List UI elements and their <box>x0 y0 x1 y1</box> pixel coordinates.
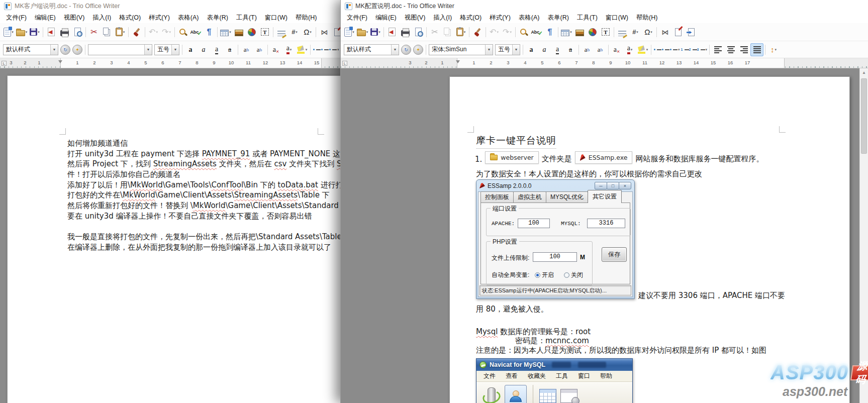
menu-item-8[interactable]: 工具(T) <box>573 13 602 23</box>
insert-chart-icon[interactable] <box>586 26 599 39</box>
chevron-down-icon[interactable]: ▾ <box>678 48 680 52</box>
bullet-list-icon[interactable]: ▾ <box>312 43 340 56</box>
strikethrough-icon[interactable]: a <box>564 43 577 56</box>
tab-stop-selector[interactable]: L <box>2 61 7 66</box>
insert-image-icon[interactable] <box>573 26 586 39</box>
strikethrough-icon[interactable]: a <box>223 43 236 56</box>
insert-comment-icon[interactable] <box>671 26 685 39</box>
redo-icon[interactable]: ↷▾ <box>160 26 173 39</box>
insert-field-icon[interactable] <box>616 26 629 39</box>
copy-icon[interactable] <box>441 26 454 39</box>
new-document-icon[interactable]: ▾ <box>2 26 15 39</box>
font-size-combo[interactable]: 五号▼ <box>495 44 520 55</box>
open-icon[interactable]: ▾ <box>15 26 28 39</box>
menu-item-1[interactable]: 编辑(E) <box>31 13 60 23</box>
print-preview-icon[interactable] <box>71 26 84 39</box>
chevron-down-icon[interactable]: ▾ <box>123 30 125 34</box>
menu-item-2[interactable]: 收藏夹 <box>523 371 551 381</box>
menu-item-6[interactable]: 表格(A) <box>515 13 544 23</box>
vertical-scrollbar[interactable]: ▲ <box>859 68 868 403</box>
chevron-down-icon[interactable]: ▾ <box>366 30 368 34</box>
justify-icon[interactable] <box>750 43 763 56</box>
new-style-button[interactable] <box>413 45 423 55</box>
chevron-down-icon[interactable]: ▾ <box>706 48 708 52</box>
scrollbar-thumb[interactable] <box>861 78 867 154</box>
undo-icon[interactable]: ↶▾ <box>488 26 501 39</box>
menu-item-3[interactable]: 工具 <box>551 371 573 381</box>
chevron-down-icon[interactable]: ▾ <box>646 48 648 52</box>
chevron-down-icon[interactable]: ▼ <box>171 45 179 55</box>
chevron-down-icon[interactable]: ▼ <box>144 45 152 55</box>
paste-icon[interactable]: ▾ <box>114 26 127 39</box>
subscript-icon[interactable]: ab <box>253 43 266 56</box>
paste-icon[interactable]: ▾ <box>454 26 467 39</box>
special-character-icon[interactable]: Ω▾ <box>301 26 314 39</box>
italic-icon[interactable]: a <box>197 43 210 56</box>
chevron-down-icon[interactable]: ▾ <box>229 30 231 34</box>
special-character-icon[interactable]: Ω▾ <box>642 26 655 39</box>
menu-item-1[interactable]: 编辑(E) <box>371 13 401 23</box>
menu-item-8[interactable]: 工具(T) <box>232 13 261 23</box>
titlebar-right[interactable]: MK配置说明.doc - Trio Office Writer <box>341 0 868 12</box>
font-color-icon[interactable]: a▾ <box>623 43 636 56</box>
essamp-exe-image[interactable]: ESSamp.exe <box>575 151 633 164</box>
chevron-down-icon[interactable]: ▾ <box>169 30 171 34</box>
clone-formatting-icon[interactable] <box>471 26 484 39</box>
new-style-button[interactable] <box>72 45 82 55</box>
highlight-color-icon[interactable]: ▾ <box>636 43 649 56</box>
spell-check-icon[interactable]: Abc✓ <box>530 26 543 39</box>
menu-item-10[interactable]: 帮助(H) <box>292 13 321 23</box>
track-changes-icon[interactable] <box>685 26 698 39</box>
menu-item-0[interactable]: 文件(F) <box>343 13 371 23</box>
clear-formatting-icon[interactable]: a× <box>269 43 282 56</box>
paragraph-style-combo[interactable]: 默认样式▼ <box>3 44 58 55</box>
titlebar-left[interactable]: MK客户端说明.doc - Trio Office Writer <box>0 0 340 12</box>
align-left-icon[interactable] <box>711 43 724 56</box>
menu-item-5[interactable]: 样式(Y) <box>486 13 515 23</box>
chevron-down-icon[interactable]: ▾ <box>12 30 14 34</box>
insert-comment-icon[interactable] <box>331 26 340 39</box>
bold-icon[interactable]: a <box>184 43 197 56</box>
line-spacing-icon[interactable]: ↕▾ <box>767 43 780 56</box>
menu-item-9[interactable]: 窗口(W) <box>261 13 292 23</box>
menu-item-6[interactable]: 表格(A) <box>174 13 203 23</box>
clear-formatting-icon[interactable]: a× <box>610 43 623 56</box>
align-center-icon[interactable] <box>724 43 737 56</box>
save-icon[interactable]: ▾ <box>369 26 382 39</box>
indent-marker[interactable] <box>456 60 460 63</box>
chevron-down-icon[interactable]: ▾ <box>310 30 312 34</box>
chevron-down-icon[interactable]: ▾ <box>775 48 777 52</box>
menu-item-0[interactable]: 文件 <box>478 371 501 381</box>
spell-check-icon[interactable]: Abc✓ <box>189 26 203 39</box>
clone-formatting-icon[interactable] <box>130 26 143 39</box>
export-pdf-icon[interactable] <box>45 26 58 39</box>
menu-item-4[interactable]: 窗口 <box>573 371 595 381</box>
chevron-down-icon[interactable]: ▼ <box>50 45 58 55</box>
insert-field-icon[interactable] <box>275 26 288 39</box>
chevron-down-icon[interactable]: ▾ <box>296 30 298 34</box>
find-replace-icon[interactable] <box>517 26 530 39</box>
cut-icon[interactable]: ✂ <box>428 26 441 39</box>
chevron-down-icon[interactable]: ▾ <box>570 30 572 34</box>
print-icon[interactable] <box>58 26 71 39</box>
font-size-combo[interactable]: 五号▼ <box>154 44 179 55</box>
menu-item-7[interactable]: 表单(R) <box>203 13 232 23</box>
update-style-button[interactable] <box>401 45 411 55</box>
menu-item-5[interactable]: 帮助 <box>595 371 617 381</box>
horizontal-ruler-right[interactable]: 3211234567891011121314151617 <box>341 58 868 68</box>
chevron-down-icon[interactable]: ▾ <box>650 30 652 34</box>
document-page-right[interactable]: 摩卡一键平台说明 1. webserver 文件夹是 ESSamp.exe 网站… <box>449 76 850 403</box>
numbered-list-icon[interactable]: ▾ <box>681 43 708 56</box>
update-style-button[interactable] <box>60 45 70 55</box>
chevron-down-icon[interactable]: ▾ <box>631 48 633 52</box>
chevron-down-icon[interactable]: ▼ <box>512 45 520 55</box>
find-replace-icon[interactable] <box>176 26 189 39</box>
font-name-combo[interactable]: 宋体;SimSun▼ <box>429 44 493 55</box>
text-box-icon[interactable]: T <box>258 26 271 39</box>
page-number-icon[interactable]: #▾ <box>288 26 301 39</box>
essamp-dialog-image[interactable]: ESSamp 2.0.0.0 ─ □ × 控制面板虚拟主机MYSQL优化其它设置… <box>476 179 635 299</box>
menu-item-7[interactable]: 表单(R) <box>544 13 573 23</box>
formatting-marks-icon[interactable]: ¶ <box>543 26 556 39</box>
highlight-color-icon[interactable]: ▾ <box>296 43 309 56</box>
chevron-down-icon[interactable]: ▾ <box>156 30 158 34</box>
